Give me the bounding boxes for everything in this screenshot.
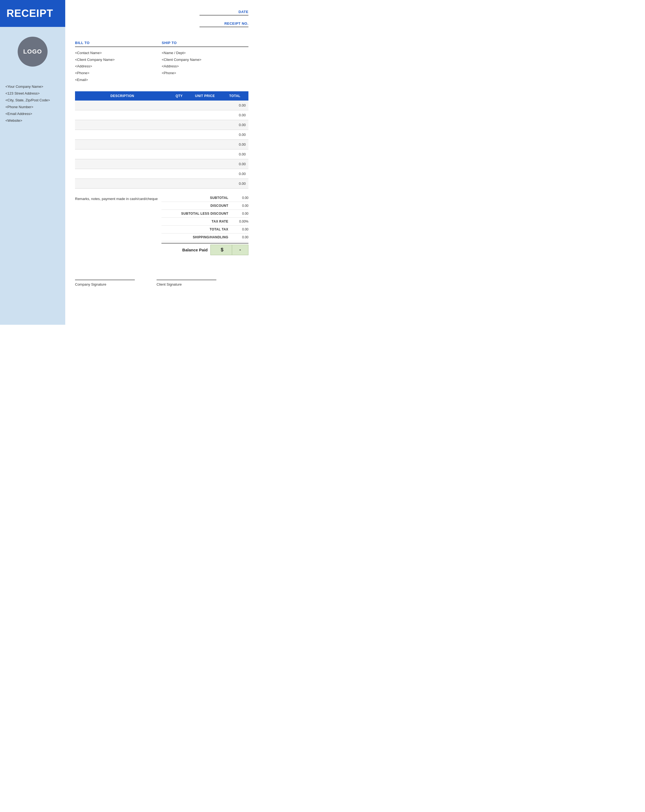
col-qty: QTY bbox=[170, 91, 189, 101]
shipping-label: SHIPPING/HANDLING bbox=[162, 235, 232, 239]
table-row: 0.00 bbox=[75, 110, 248, 120]
tax-rate-row: TAX RATE 0.00% bbox=[162, 218, 248, 226]
row-unit-price bbox=[189, 140, 221, 150]
discount-value: 0.00 bbox=[232, 204, 248, 208]
total-tax-row: TOTAL TAX 0.00 bbox=[162, 226, 248, 234]
row-total: 0.00 bbox=[221, 179, 248, 189]
signatures-section: Company Signature Client Signature bbox=[75, 277, 248, 287]
table-row: 0.00 bbox=[75, 169, 248, 179]
row-description bbox=[75, 140, 170, 150]
row-unit-price bbox=[189, 150, 221, 159]
row-description bbox=[75, 120, 170, 130]
table-row: 0.00 bbox=[75, 120, 248, 130]
remarks-block: Remarks, notes, payment made in cash/car… bbox=[75, 194, 162, 201]
totals-block: SUBTOTAL 0.00 DISCOUNT 0.00 SUBTOTAL LES… bbox=[162, 194, 248, 255]
date-field: DATE bbox=[194, 10, 248, 15]
company-website: <Website> bbox=[5, 119, 60, 122]
row-unit-price bbox=[189, 101, 221, 110]
row-total: 0.00 bbox=[221, 159, 248, 169]
shipping-row: SHIPPING/HANDLING 0.00 bbox=[162, 234, 248, 241]
bill-to-company: <Client Company Name> bbox=[75, 56, 162, 63]
sidebar-info: <Your Company Name> <123 Street Address>… bbox=[0, 76, 65, 128]
row-total: 0.00 bbox=[221, 140, 248, 150]
ship-to-label: SHIP TO bbox=[162, 41, 248, 47]
subtotal-label: SUBTOTAL bbox=[162, 196, 232, 200]
col-description: DESCRIPTION bbox=[75, 91, 170, 101]
address-section: BILL TO <Contact Name> <Client Company N… bbox=[75, 41, 248, 83]
row-unit-price bbox=[189, 110, 221, 120]
table-row: 0.00 bbox=[75, 150, 248, 159]
logo-circle: LOGO bbox=[18, 37, 47, 67]
subtotal-less-row: SUBTOTAL LESS DISCOUNT 0.00 bbox=[162, 210, 248, 218]
tax-rate-value: 0.00% bbox=[232, 220, 248, 223]
row-description bbox=[75, 150, 170, 159]
company-sig-block: Company Signature bbox=[75, 279, 135, 287]
company-phone: <Phone Number> bbox=[5, 105, 60, 109]
bill-to-label: BILL TO bbox=[75, 41, 162, 47]
items-table: DESCRIPTION QTY UNIT PRICE TOTAL 0.00 0.… bbox=[75, 91, 248, 189]
table-row: 0.00 bbox=[75, 130, 248, 140]
row-description bbox=[75, 130, 170, 140]
client-sig-line bbox=[157, 279, 216, 280]
company-sig-label: Company Signature bbox=[75, 282, 135, 287]
ship-to-block: SHIP TO <Name / Dept> <Client Company Na… bbox=[162, 41, 248, 83]
col-unit-price: UNIT PRICE bbox=[189, 91, 221, 101]
row-unit-price bbox=[189, 179, 221, 189]
tax-rate-label: TAX RATE bbox=[162, 220, 232, 223]
row-description bbox=[75, 169, 170, 179]
row-qty bbox=[170, 120, 189, 130]
table-row: 0.00 bbox=[75, 101, 248, 110]
ship-to-name: <Name / Dept> bbox=[162, 50, 248, 56]
date-label: DATE bbox=[200, 10, 248, 15]
company-name: <Your Company Name> bbox=[5, 84, 60, 89]
client-sig-block: Client Signature bbox=[157, 279, 216, 287]
row-description bbox=[75, 101, 170, 110]
company-email: <Email Address> bbox=[5, 112, 60, 116]
main-content: DATE RECEIPT NO. BILL TO <Contact Name> … bbox=[65, 0, 258, 325]
total-tax-value: 0.00 bbox=[232, 227, 248, 231]
row-unit-price bbox=[189, 169, 221, 179]
row-qty bbox=[170, 140, 189, 150]
shipping-value: 0.00 bbox=[232, 235, 248, 239]
row-total: 0.00 bbox=[221, 130, 248, 140]
receipt-no-label: RECEIPT NO. bbox=[200, 21, 248, 27]
table-row: 0.00 bbox=[75, 159, 248, 169]
subtotal-less-label: SUBTOTAL LESS DISCOUNT bbox=[162, 212, 232, 215]
row-unit-price bbox=[189, 130, 221, 140]
remarks-text: Remarks, notes, payment made in cash/car… bbox=[75, 197, 162, 201]
sidebar-header: RECEIPT bbox=[0, 0, 65, 27]
client-sig-label: Client Signature bbox=[157, 282, 216, 287]
row-total: 0.00 bbox=[221, 110, 248, 120]
balance-label: Balance Paid bbox=[182, 247, 208, 252]
logo-area: LOGO bbox=[0, 27, 65, 76]
totals-remarks: Remarks, notes, payment made in cash/car… bbox=[75, 194, 248, 255]
row-description bbox=[75, 110, 170, 120]
table-row: 0.00 bbox=[75, 179, 248, 189]
bill-to-address: <Address> bbox=[75, 63, 162, 70]
row-unit-price bbox=[189, 159, 221, 169]
subtotal-value: 0.00 bbox=[232, 196, 248, 200]
row-qty bbox=[170, 101, 189, 110]
balance-currency-symbol: $ bbox=[210, 244, 232, 255]
row-total: 0.00 bbox=[221, 101, 248, 110]
meta-fields: DATE RECEIPT NO. bbox=[194, 10, 248, 27]
receipt-page: RECEIPT LOGO <Your Company Name> <123 St… bbox=[0, 0, 258, 325]
ship-to-company: <Client Company Name> bbox=[162, 56, 248, 63]
ship-to-address: <Address> bbox=[162, 63, 248, 70]
bill-to-contact: <Contact Name> bbox=[75, 50, 162, 56]
row-unit-price bbox=[189, 120, 221, 130]
total-tax-label: TOTAL TAX bbox=[162, 227, 232, 231]
meta-section: DATE RECEIPT NO. bbox=[75, 0, 248, 33]
row-description bbox=[75, 159, 170, 169]
subtotal-row: SUBTOTAL 0.00 bbox=[162, 194, 248, 202]
row-qty bbox=[170, 159, 189, 169]
ship-to-phone: <Phone> bbox=[162, 70, 248, 76]
row-qty bbox=[170, 179, 189, 189]
row-qty bbox=[170, 169, 189, 179]
row-total: 0.00 bbox=[221, 150, 248, 159]
col-total: TOTAL bbox=[221, 91, 248, 101]
receipt-no-field: RECEIPT NO. bbox=[194, 21, 248, 27]
balance-row: Balance Paid $ - bbox=[162, 243, 248, 255]
bill-to-block: BILL TO <Contact Name> <Client Company N… bbox=[75, 41, 162, 83]
row-qty bbox=[170, 130, 189, 140]
